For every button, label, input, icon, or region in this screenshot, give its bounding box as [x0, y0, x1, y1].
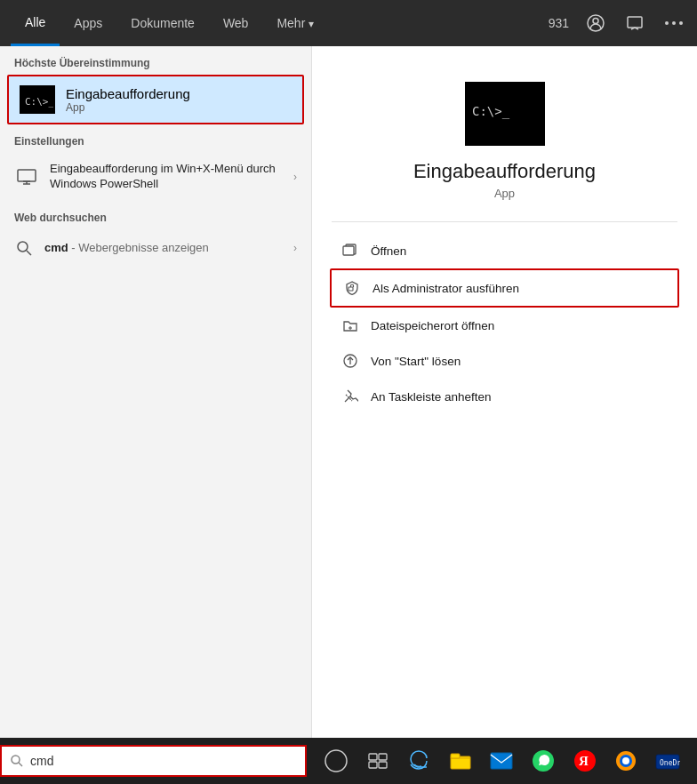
- best-match-text: Eingabeaufforderung App: [66, 86, 190, 114]
- settings-item-text: Eingabeaufforderung im Win+X-Menü durch …: [50, 162, 283, 192]
- svg-point-3: [665, 21, 669, 25]
- tab-apps[interactable]: Apps: [60, 0, 116, 46]
- svg-rect-2: [628, 17, 642, 28]
- action-unpin-start-label: Von "Start" lösen: [371, 355, 461, 368]
- svg-text:C:\>_: C:\>_: [472, 104, 510, 119]
- svg-point-1: [593, 19, 598, 24]
- best-match-label: Höchste Übereinstimmung: [0, 46, 311, 75]
- svg-point-5: [679, 21, 683, 25]
- action-run-as-admin-label: Als Administrator ausführen: [373, 282, 519, 295]
- action-pin-taskbar-label: An Taskleiste anheften: [371, 390, 492, 404]
- svg-rect-26: [369, 754, 377, 760]
- svg-rect-8: [18, 170, 36, 181]
- svg-text:C:\>_: C:\>_: [25, 96, 53, 108]
- nav-badge: 931: [549, 16, 569, 30]
- taskbar-search-text: cmd: [30, 754, 53, 768]
- cortana-button[interactable]: [320, 745, 352, 777]
- svg-text:Я: Я: [579, 754, 589, 768]
- top-nav: Alle Apps Dokumente Web Mehr 931: [0, 0, 697, 46]
- app-preview-icon: C:\>_: [465, 82, 545, 146]
- action-run-as-admin[interactable]: Als Administrator ausführen: [330, 268, 679, 308]
- svg-rect-29: [379, 762, 387, 768]
- action-open-label: Öffnen: [371, 244, 406, 258]
- file-explorer-button[interactable]: [445, 745, 477, 777]
- settings-item-powershell[interactable]: Eingabeaufforderung im Win+X-Menü durch …: [0, 153, 311, 201]
- action-file-location-label: Dateispeicherort öffnen: [371, 319, 494, 332]
- svg-rect-28: [369, 762, 377, 768]
- action-pin-taskbar[interactable]: An Taskleiste anheften: [330, 379, 679, 414]
- taskbar-search-icon: [11, 755, 23, 767]
- divider: [332, 221, 678, 222]
- left-panel: Höchste Übereinstimmung C:\>_ Eingabeauf…: [0, 46, 311, 738]
- best-match-subtitle: App: [66, 101, 190, 114]
- open-icon: [340, 241, 360, 260]
- svg-line-24: [19, 763, 22, 766]
- mail-button[interactable]: [485, 745, 517, 777]
- firefox-button[interactable]: [610, 745, 642, 777]
- folder-icon: [340, 316, 360, 335]
- svg-point-12: [18, 242, 28, 252]
- chevron-down-icon: [308, 16, 314, 30]
- tab-mehr[interactable]: Mehr: [262, 0, 328, 46]
- svg-point-38: [622, 757, 629, 764]
- tab-web[interactable]: Web: [209, 0, 263, 46]
- content-area: Höchste Übereinstimmung C:\>_ Eingabeauf…: [0, 46, 697, 738]
- search-web-icon: [14, 238, 34, 258]
- yandex-button[interactable]: Я: [569, 745, 601, 777]
- unpin-icon: [340, 351, 360, 371]
- action-unpin-start[interactable]: Von "Start" lösen: [330, 343, 679, 379]
- best-match-title: Eingabeaufforderung: [66, 86, 190, 101]
- edge-button[interactable]: [403, 745, 435, 777]
- whatsapp-button[interactable]: [527, 745, 559, 777]
- nav-right: 931: [549, 11, 686, 36]
- task-view-button[interactable]: [362, 745, 394, 777]
- monitor-icon: [14, 168, 39, 186]
- feedback-icon[interactable]: [622, 11, 647, 36]
- app-preview-subtitle: App: [494, 187, 515, 200]
- svg-rect-17: [348, 287, 353, 291]
- svg-line-13: [27, 251, 31, 255]
- chevron-right-icon: ›: [293, 171, 297, 183]
- app-preview-title: Eingabeaufforderung: [413, 160, 596, 183]
- svg-rect-27: [379, 754, 387, 760]
- tab-dokumente[interactable]: Dokumente: [116, 0, 209, 46]
- action-open[interactable]: Öffnen: [330, 233, 679, 268]
- pin-icon: [340, 387, 360, 406]
- right-panel: C:\>_ Eingabeaufforderung App Öffnen: [311, 46, 697, 738]
- nav-tabs: Alle Apps Dokumente Web Mehr: [11, 0, 549, 46]
- svg-point-23: [12, 756, 20, 764]
- web-search-item[interactable]: cmd - Webergebnisse anzeigen ›: [0, 229, 311, 267]
- user-profile-icon[interactable]: [583, 11, 608, 36]
- taskbar: cmd: [0, 738, 697, 784]
- svg-rect-16: [343, 246, 354, 255]
- web-chevron-right-icon: ›: [293, 242, 297, 254]
- shield-icon: [342, 278, 362, 298]
- svg-point-25: [325, 750, 347, 772]
- action-list: Öffnen Als Administrator ausführen: [312, 233, 697, 414]
- best-match-item[interactable]: C:\>_ Eingabeaufforderung App: [7, 75, 304, 124]
- cmd-app-icon: C:\>_: [20, 85, 55, 114]
- taskbar-icons: Я OneDr: [307, 745, 697, 777]
- web-section-label: Web durchsuchen: [0, 201, 311, 229]
- action-file-location[interactable]: Dateispeicherort öffnen: [330, 308, 679, 343]
- settings-section-label: Einstellungen: [0, 124, 311, 153]
- web-search-text: cmd - Webergebnisse anzeigen: [44, 241, 283, 254]
- onedrive-button[interactable]: OneDr: [652, 745, 684, 777]
- svg-rect-32: [491, 753, 512, 769]
- svg-point-4: [672, 21, 676, 25]
- svg-text:OneDr: OneDr: [660, 759, 680, 767]
- taskbar-search-box[interactable]: cmd: [0, 745, 307, 777]
- svg-rect-31: [451, 754, 460, 758]
- more-options-icon[interactable]: [661, 11, 686, 36]
- tab-alle[interactable]: Alle: [11, 0, 60, 46]
